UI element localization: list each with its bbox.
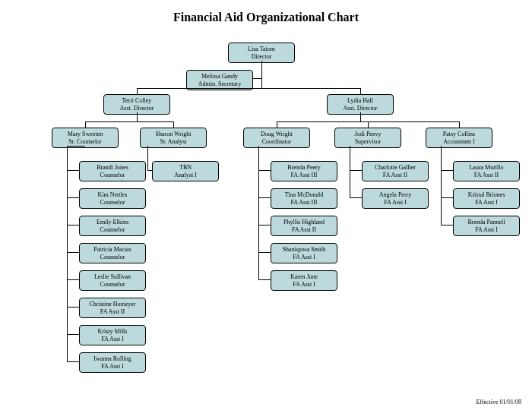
box-fa-asst: Angela PerryFA Asst I — [362, 188, 429, 209]
connector — [85, 121, 173, 122]
connector — [350, 170, 362, 171]
box-fa-asst: Kristal BrionesFA Asst I — [453, 188, 520, 209]
connector — [258, 225, 271, 226]
person-role: FA Asst I — [364, 199, 426, 207]
box-counselor: Brandi JonesCounselor — [79, 161, 146, 181]
connector — [67, 307, 79, 308]
connector — [137, 88, 360, 89]
box-fa-asst: Laura MurilloFA Asst II — [453, 161, 520, 181]
connector — [67, 252, 79, 253]
person-role: Coordinator — [245, 138, 308, 146]
person-name: Christine Homeyer — [81, 301, 144, 308]
box-fa-asst: Brenda PeeryFA Asst III — [271, 161, 337, 181]
person-role: FA Asst II — [81, 308, 144, 316]
connector — [147, 170, 152, 171]
person-name: Doug Wright — [245, 131, 308, 138]
person-name: Mary Sweeten — [54, 131, 116, 138]
box-fa-asst: Shaniquwa SmithFA Asst I — [271, 243, 337, 263]
page-title: Financial Aid Organizational Chart — [0, 11, 532, 24]
connector — [277, 121, 277, 128]
box-analyst: TBNAnalyst I — [152, 161, 219, 181]
person-name: Brenda Pannell — [455, 219, 518, 226]
person-name: Kristal Briones — [455, 191, 518, 199]
person-role: FA Asst III — [273, 199, 335, 207]
box-counselor: Leslie SullivanCounselor — [79, 270, 146, 291]
box-fa-asst: Iwanna RollingFA Asst I — [79, 352, 146, 373]
person-role: Counselor — [81, 199, 144, 207]
box-fa-asst: Phyllis HighlandFA Asst II — [271, 216, 337, 236]
person-name: Brandi Jones — [81, 164, 144, 172]
person-name: Melissa Gandy — [188, 73, 251, 80]
box-fa-asst: Karen JuneFA Asst I — [271, 270, 337, 291]
person-name: TBN — [154, 164, 217, 172]
person-name: Patricia Macias — [81, 246, 144, 254]
box-counselor: Kim NettlesCounselor — [79, 188, 146, 209]
person-role: Sr. Analyst — [142, 138, 204, 146]
person-role: FA Asst I — [455, 226, 518, 234]
connector — [258, 146, 259, 279]
connector — [147, 146, 148, 170]
person-name: Karen June — [273, 273, 335, 281]
person-name: Charlotte Gallier — [364, 164, 426, 172]
person-name: Brenda Peery — [273, 164, 335, 172]
connector — [173, 121, 174, 128]
person-role: FA Asst I — [273, 254, 335, 261]
box-fa-asst: Brenda PannellFA Asst I — [453, 216, 520, 236]
box-fa-asst: Christine HomeyerFA Asst II — [79, 298, 146, 318]
footer-effective-date: Effective 01/01/08 — [476, 399, 521, 405]
person-name: Leslie Sullivan — [81, 273, 144, 281]
person-role: FA Asst I — [455, 199, 518, 207]
box-fa-asst: Kristy MillsFA Asst I — [79, 325, 146, 345]
box-counselor: Patricia MaciasCounselor — [79, 243, 146, 263]
person-name: Terri Colley — [106, 97, 168, 105]
connector — [258, 197, 271, 198]
person-name: Jodi Peevy — [337, 131, 399, 138]
person-name: Phyllis Highland — [273, 219, 335, 226]
connector — [441, 197, 453, 198]
person-role: FA Asst II — [364, 172, 426, 179]
connector — [67, 146, 68, 361]
person-role: Admin. Secretary — [188, 80, 251, 88]
box-fa-asst: Charlotte GallierFA Asst II — [362, 161, 429, 181]
connector — [459, 121, 460, 128]
person-role: Director — [230, 53, 293, 61]
person-name: Kristy Mills — [81, 328, 144, 336]
connector — [253, 78, 261, 79]
connector — [67, 225, 79, 226]
person-role: FA Asst I — [81, 336, 144, 343]
person-name: Laura Murillo — [455, 164, 518, 172]
connector — [67, 197, 79, 198]
connector — [67, 361, 79, 362]
connector — [350, 146, 350, 197]
person-role: FA Asst I — [81, 363, 144, 371]
person-name: Lydia Hall — [329, 97, 391, 105]
box-coordinator: Doug WrightCoordinator — [243, 128, 310, 148]
person-role: FA Asst II — [455, 172, 518, 179]
connector — [137, 112, 138, 121]
person-role: Analyst I — [154, 172, 217, 179]
person-name: Tina McDonald — [273, 191, 335, 199]
connector — [441, 146, 442, 225]
person-role: Accountant I — [428, 138, 490, 146]
person-role: FA Asst II — [273, 226, 335, 234]
connector — [441, 225, 453, 226]
person-role: FA Asst III — [273, 172, 335, 179]
person-name: Shaniquwa Smith — [273, 246, 335, 254]
connector — [258, 279, 271, 280]
connector — [85, 121, 86, 128]
person-name: Emily Elkins — [81, 219, 144, 226]
person-role: Supervisor — [337, 138, 399, 146]
person-role: Asst. Director — [106, 105, 168, 112]
person-role: Counselor — [81, 254, 144, 261]
person-name: Kim Nettles — [81, 191, 144, 199]
person-name: Patsy Collins — [428, 131, 490, 138]
box-counselor: Emily ElkinsCounselor — [79, 216, 146, 236]
box-sr-analyst: Sharon WrightSr. Analyst — [140, 128, 207, 148]
person-role: Asst. Director — [329, 105, 391, 112]
connector — [258, 170, 271, 171]
connector — [368, 121, 369, 128]
person-name: Iwanna Rolling — [81, 355, 144, 363]
person-name: Angela Perry — [364, 191, 426, 199]
connector — [258, 252, 271, 253]
connector — [67, 170, 79, 171]
